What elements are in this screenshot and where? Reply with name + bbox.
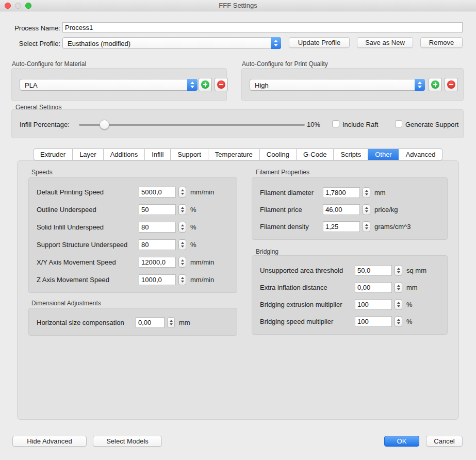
stepper-down-icon[interactable] bbox=[181, 228, 184, 230]
tab-cooling[interactable]: Cooling bbox=[259, 149, 296, 160]
remove-quality-button[interactable] bbox=[445, 78, 458, 91]
select-models-button[interactable]: Select Models bbox=[93, 436, 162, 447]
stepper[interactable] bbox=[178, 257, 186, 268]
stepper-up-icon[interactable] bbox=[397, 268, 400, 270]
stepper-down-icon[interactable] bbox=[397, 305, 400, 307]
filament-density-input[interactable] bbox=[323, 221, 360, 232]
stepper-down-icon[interactable] bbox=[397, 288, 400, 290]
stepper-up-icon[interactable] bbox=[181, 242, 184, 244]
dropdown-arrows-icon bbox=[187, 79, 198, 91]
setting-label: Solid Infill Underspeed bbox=[37, 223, 104, 231]
stepper-down-icon[interactable] bbox=[181, 210, 184, 212]
add-quality-button[interactable] bbox=[429, 78, 442, 91]
stepper-down-icon[interactable] bbox=[181, 263, 184, 265]
stepper-down-icon[interactable] bbox=[397, 271, 400, 273]
stepper-down-icon[interactable] bbox=[181, 245, 184, 248]
outline-underspeed-input[interactable] bbox=[139, 204, 176, 215]
extra-inflation-distance-input[interactable] bbox=[355, 282, 392, 293]
stepper-up-icon[interactable] bbox=[397, 302, 400, 304]
add-material-button[interactable] bbox=[199, 78, 212, 91]
solid-infill-underspeed-input[interactable] bbox=[139, 222, 176, 233]
cancel-button[interactable]: Cancel bbox=[426, 436, 463, 447]
stepper-up-icon[interactable] bbox=[365, 224, 368, 226]
stepper[interactable] bbox=[363, 187, 370, 198]
default-printing-speed-input[interactable] bbox=[139, 187, 176, 198]
setting-unit: % bbox=[406, 301, 413, 308]
stepper-down-icon[interactable] bbox=[365, 193, 368, 195]
stepper-up-icon[interactable] bbox=[181, 259, 184, 261]
stepper[interactable] bbox=[363, 204, 370, 215]
minus-icon bbox=[447, 80, 455, 89]
tab-additions[interactable]: Additions bbox=[103, 149, 144, 160]
stepper-down-icon[interactable] bbox=[181, 281, 184, 283]
infill-slider-thumb[interactable] bbox=[100, 120, 109, 129]
stepper-up-icon[interactable] bbox=[397, 319, 400, 321]
infill-slider[interactable] bbox=[79, 124, 305, 126]
stepper-down-icon[interactable] bbox=[365, 210, 368, 212]
update-profile-button[interactable]: Update Profile bbox=[289, 37, 350, 48]
stepper-down-icon[interactable] bbox=[181, 193, 184, 195]
setting-label: Unsupported area threshold bbox=[260, 267, 343, 274]
include-raft-checkbox[interactable] bbox=[332, 120, 339, 127]
unsupported-area-threshold-input[interactable] bbox=[355, 265, 392, 276]
stepper-up-icon[interactable] bbox=[181, 224, 184, 226]
tab-extruder[interactable]: Extruder bbox=[34, 149, 72, 160]
tab-other[interactable]: Other bbox=[368, 149, 399, 160]
xy-axis-movement-speed-input[interactable] bbox=[139, 257, 176, 268]
tab-temperature[interactable]: Temperature bbox=[208, 149, 259, 160]
stepper[interactable] bbox=[167, 317, 175, 328]
material-dropdown[interactable]: PLA bbox=[20, 79, 198, 91]
setting-label: Z Axis Movement Speed bbox=[37, 276, 109, 284]
setting-unit: sq mm bbox=[406, 267, 426, 274]
stepper-up-icon[interactable] bbox=[365, 190, 368, 192]
tab-advanced[interactable]: Advanced bbox=[399, 149, 442, 160]
hide-advanced-button[interactable]: Hide Advanced bbox=[12, 436, 87, 447]
stepper[interactable] bbox=[178, 204, 186, 215]
save-as-new-button[interactable]: Save as New bbox=[357, 37, 413, 48]
stepper[interactable] bbox=[178, 274, 186, 285]
support-structure-underspeed-input[interactable] bbox=[139, 239, 176, 250]
stepper[interactable] bbox=[363, 221, 370, 232]
include-raft-label: Include Raft bbox=[342, 121, 378, 128]
stepper-up-icon[interactable] bbox=[365, 207, 368, 209]
bridging-title: Bridging bbox=[256, 248, 278, 255]
bridging-speed-multiplier-input[interactable] bbox=[355, 316, 392, 327]
stepper-up-icon[interactable] bbox=[170, 320, 173, 322]
stepper-up-icon[interactable] bbox=[181, 207, 184, 209]
tab-layer[interactable]: Layer bbox=[72, 149, 103, 160]
quality-dropdown[interactable]: High bbox=[250, 79, 425, 91]
bridging-extrusion-multiplier-input[interactable] bbox=[355, 299, 392, 310]
stepper[interactable] bbox=[178, 187, 186, 198]
stepper[interactable] bbox=[395, 265, 402, 276]
tab-infill[interactable]: Infill bbox=[144, 149, 170, 160]
stepper-down-icon[interactable] bbox=[170, 323, 173, 325]
stepper[interactable] bbox=[178, 239, 186, 250]
tab-support[interactable]: Support bbox=[170, 149, 208, 160]
stepper-down-icon[interactable] bbox=[365, 227, 368, 229]
stepper[interactable] bbox=[395, 299, 402, 310]
stepper-up-icon[interactable] bbox=[397, 285, 400, 287]
remove-material-button[interactable] bbox=[215, 78, 228, 91]
stepper[interactable] bbox=[395, 316, 402, 327]
setting-unit: mm/min bbox=[190, 258, 214, 266]
setting-row: Extra inflation distance mm bbox=[252, 282, 447, 293]
stepper-up-icon[interactable] bbox=[181, 277, 184, 279]
filament-diameter-input[interactable] bbox=[323, 187, 360, 198]
remove-button[interactable]: Remove bbox=[420, 37, 463, 48]
stepper-up-icon[interactable] bbox=[181, 189, 184, 191]
stepper[interactable] bbox=[395, 282, 402, 293]
setting-unit: % bbox=[190, 223, 196, 231]
stepper[interactable] bbox=[178, 222, 186, 233]
tab-gcode[interactable]: G-Code bbox=[296, 149, 334, 160]
dropdown-arrows-icon bbox=[415, 79, 425, 91]
ok-button[interactable]: OK bbox=[384, 436, 419, 447]
filament-price-input[interactable] bbox=[323, 204, 360, 215]
profile-dropdown[interactable]: Eusthatios (modified) bbox=[62, 37, 281, 49]
stepper-down-icon[interactable] bbox=[397, 322, 400, 324]
process-name-input[interactable] bbox=[62, 22, 463, 32]
generate-support-checkbox[interactable] bbox=[395, 120, 402, 127]
setting-row: Bridging speed multiplier % bbox=[252, 316, 447, 327]
tab-scripts[interactable]: Scripts bbox=[333, 149, 368, 160]
horizontal-size-compensation-input[interactable] bbox=[136, 317, 165, 328]
z-axis-movement-speed-input[interactable] bbox=[139, 274, 176, 285]
